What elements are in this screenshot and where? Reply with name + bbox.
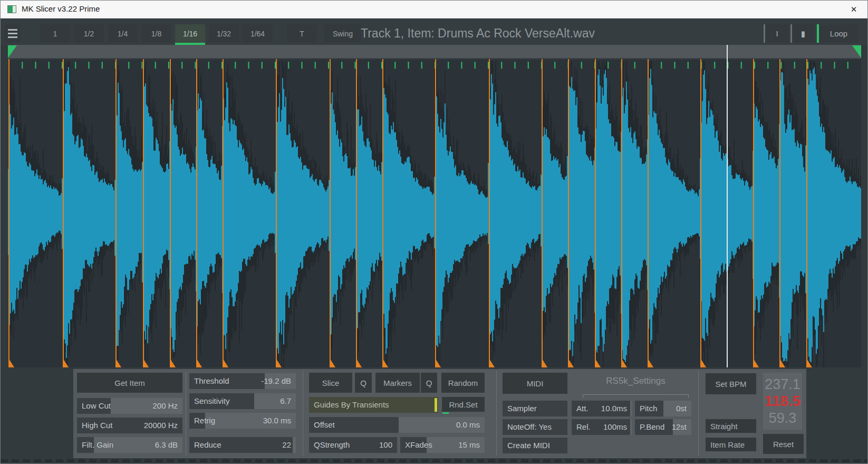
slice-marker[interactable] [330,59,331,367]
grid-button-1-4[interactable]: 1/4 [108,24,138,43]
strip-playhead [727,45,728,59]
playhead [727,59,728,367]
window-title: MK Slicer v3.22 Prime [22,4,100,13]
low-cut-slider[interactable]: Low Cut 200 Hz [77,398,182,414]
divider [303,371,303,456]
threshold-slider[interactable]: Threshold -19.2 dB [189,373,296,389]
slice-marker[interactable] [753,59,754,367]
grid-button-1-64[interactable]: 1/64 [243,24,273,43]
app-icon [7,5,16,13]
set-bpm-button[interactable]: Set BPM [706,373,756,394]
pitch-slider[interactable]: Pitch 0st [635,401,691,416]
pitchbend-slider[interactable]: P.Bend 12st [635,419,691,435]
quantize-slices-button[interactable]: Q [355,373,372,393]
slice-marker[interactable] [223,59,224,367]
slice-marker[interactable] [63,59,64,367]
bpm-half: 59.3 [763,410,802,427]
close-icon[interactable]: ✕ [843,1,864,18]
grid-tick [847,62,848,69]
grid-tick [341,62,342,69]
cursor-mode-button[interactable]: I [764,24,789,43]
reset-button[interactable]: Reset [763,434,804,454]
xfades-slider[interactable]: XFades 15 ms [400,437,485,453]
grid-button-1[interactable]: 1 [40,24,70,43]
slice-marker[interactable] [595,59,596,367]
loop-start-handle[interactable] [8,45,17,58]
reduce-slider[interactable]: Reduce 22 [189,437,296,453]
grid-tick [714,62,715,69]
slice-marker[interactable] [435,59,436,367]
slice-marker[interactable] [621,59,622,367]
slice-marker[interactable] [382,59,383,367]
grid-button-1-8[interactable]: 1/8 [141,24,171,43]
block-mode-button[interactable]: ▮ [790,24,814,43]
noteoff-toggle[interactable]: NoteOff: Yes [503,419,567,435]
menu-button[interactable] [5,24,21,43]
divider [496,371,497,456]
quantize-markers-button[interactable]: Q [421,373,437,393]
grid-tick [741,62,742,69]
grid-tick [394,62,396,69]
slice-marker[interactable] [648,59,649,367]
grid-button-triplet[interactable]: T [287,24,317,43]
qstrength-slider[interactable]: QStrength 100 [309,437,397,453]
grid-tick [168,62,169,69]
swing-button[interactable]: Swing [324,24,361,43]
grid-tick [128,62,129,69]
slice-button[interactable]: Slice [309,373,352,393]
rnd-set-button[interactable]: Rnd.Set [442,397,485,412]
midi-button[interactable]: MIDI [503,373,567,394]
grid-button-row: 1 1/2 1/4 1/8 1/16 1/32 1/64 T Swing [40,24,361,43]
grid-tick [248,62,249,69]
slice-marker[interactable] [542,59,543,367]
slice-marker[interactable] [806,59,807,367]
grid-tick [515,62,516,69]
slice-marker[interactable] [779,59,780,367]
waveform-display[interactable] [8,59,861,367]
grid-button-1-2[interactable]: 1/2 [74,24,104,43]
slice-marker[interactable] [8,59,9,367]
offset-slider[interactable]: Offset 0.0 ms [309,417,485,433]
slice-marker[interactable] [115,59,117,367]
slice-marker[interactable] [196,59,197,367]
grid-tick [634,62,635,69]
high-cut-slider[interactable]: High Cut 20000 Hz [77,418,182,433]
grid-button-1-32[interactable]: 1/32 [209,24,239,43]
markers-button[interactable]: Markers [375,373,420,393]
divider [186,371,186,456]
grid-tick [674,62,676,69]
filter-column: Get Item Low Cut 200 Hz High Cut 20000 H… [77,369,182,458]
grid-tick [767,62,768,69]
slice-marker[interactable] [356,59,357,367]
item-rate-button[interactable]: Item Rate [706,438,756,451]
slice-marker[interactable] [276,59,277,367]
grid-tick [554,62,555,69]
detection-column: Threshold -19.2 dB Sensitivity 6.7 Retri… [189,369,296,458]
slice-marker[interactable] [489,59,490,367]
slice-column: Slice Q Markers Q Random Guides By Trans… [309,369,485,458]
attack-slider[interactable]: Att. 10.0ms [572,401,632,416]
loop-end-handle[interactable] [852,45,861,58]
guides-mode-dropdown[interactable]: Guides By Transients [309,397,438,413]
retrig-slider[interactable]: Retrig 30.0 ms [189,413,296,429]
slice-marker[interactable] [700,59,701,367]
divider [698,371,699,456]
slice-marker[interactable] [143,59,144,367]
zoom-scroll-strip[interactable] [8,45,861,59]
get-item-button[interactable]: Get Item [77,373,182,393]
filter-gain-slider[interactable]: Filt. Gain 6.3 dB [77,437,182,453]
sensitivity-slider[interactable]: Sensitivity 6.7 [189,393,296,409]
waveform-svg[interactable] [8,59,861,367]
random-button[interactable]: Random [441,373,485,393]
create-midi-button[interactable]: Create MIDI [503,438,567,453]
slice-marker[interactable] [170,59,171,367]
grid-button-1-16-selected[interactable]: 1/16 [175,24,205,43]
sampler-mode-button[interactable]: Sampler [503,401,567,416]
release-slider[interactable]: Rel. 100ms [572,419,632,435]
grid-tick [22,62,23,69]
straight-mode-button[interactable]: Straight [706,419,756,433]
toolbar: 1 1/2 1/4 1/8 1/16 1/32 1/64 T Swing Tra… [1,19,868,45]
slice-marker[interactable] [568,59,569,367]
loop-button[interactable]: Loop [817,24,859,43]
bpm-display[interactable]: 237.1 118.5 59.3 [763,373,802,430]
